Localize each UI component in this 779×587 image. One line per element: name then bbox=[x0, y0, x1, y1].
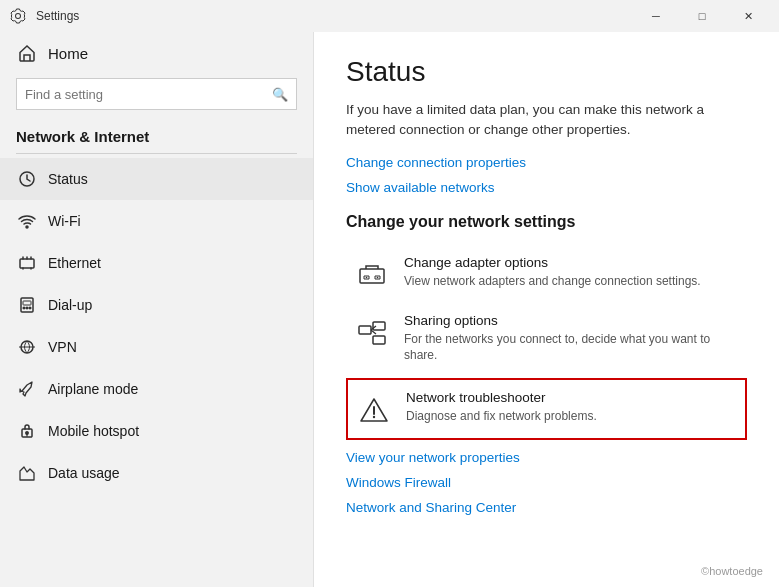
datausage-label: Data usage bbox=[48, 465, 120, 481]
content-description: If you have a limited data plan, you can… bbox=[346, 100, 747, 141]
show-networks-link[interactable]: Show available networks bbox=[346, 180, 747, 195]
svg-point-5 bbox=[23, 307, 25, 309]
watermark: ©howtoedge bbox=[701, 565, 763, 577]
windows-firewall-link[interactable]: Windows Firewall bbox=[346, 475, 747, 490]
adapter-options-item[interactable]: Change adapter options View network adap… bbox=[346, 245, 747, 303]
search-box[interactable]: 🔍 bbox=[16, 78, 297, 110]
sharing-desc: For the networks you connect to, decide … bbox=[404, 331, 739, 365]
adapter-text: Change adapter options View network adap… bbox=[404, 255, 739, 290]
view-properties-link[interactable]: View your network properties bbox=[346, 450, 747, 465]
maximize-button[interactable]: □ bbox=[679, 0, 725, 32]
sidebar-section-title: Network & Internet bbox=[0, 122, 313, 153]
search-icon: 🔍 bbox=[272, 87, 288, 102]
network-sharing-center-link[interactable]: Network and Sharing Center bbox=[346, 500, 747, 515]
home-label: Home bbox=[48, 45, 88, 62]
sidebar: Home 🔍 Network & Internet Status bbox=[0, 32, 314, 587]
wifi-icon bbox=[16, 210, 38, 232]
ethernet-label: Ethernet bbox=[48, 255, 101, 271]
svg-rect-14 bbox=[373, 322, 385, 330]
airplane-icon bbox=[16, 378, 38, 400]
dialup-icon bbox=[16, 294, 38, 316]
troubleshooter-icon bbox=[356, 392, 392, 428]
home-icon bbox=[16, 42, 38, 64]
svg-point-11 bbox=[366, 276, 368, 278]
sidebar-divider bbox=[16, 153, 297, 154]
titlebar-title: Settings bbox=[36, 9, 633, 23]
sharing-icon bbox=[354, 315, 390, 351]
sidebar-item-dialup[interactable]: Dial-up bbox=[0, 284, 313, 326]
search-input[interactable] bbox=[25, 87, 272, 102]
svg-point-7 bbox=[29, 307, 31, 309]
sidebar-item-ethernet[interactable]: Ethernet bbox=[0, 242, 313, 284]
sidebar-item-hotspot[interactable]: Mobile hotspot bbox=[0, 410, 313, 452]
settings-icon bbox=[8, 6, 28, 26]
troubleshooter-text: Network troubleshooter Diagnose and fix … bbox=[406, 390, 737, 425]
adapter-icon bbox=[354, 257, 390, 293]
titlebar-controls: ─ □ ✕ bbox=[633, 0, 771, 32]
svg-rect-15 bbox=[373, 336, 385, 344]
sidebar-item-vpn[interactable]: VPN bbox=[0, 326, 313, 368]
vpn-icon bbox=[16, 336, 38, 358]
status-label: Status bbox=[48, 171, 88, 187]
status-icon bbox=[16, 168, 38, 190]
network-settings-heading: Change your network settings bbox=[346, 213, 747, 231]
wifi-label: Wi-Fi bbox=[48, 213, 81, 229]
sidebar-item-datausage[interactable]: Data usage bbox=[0, 452, 313, 494]
airplane-label: Airplane mode bbox=[48, 381, 138, 397]
bottom-links: View your network properties Windows Fir… bbox=[346, 450, 747, 515]
svg-rect-4 bbox=[23, 301, 31, 305]
adapter-title: Change adapter options bbox=[404, 255, 739, 270]
dialup-label: Dial-up bbox=[48, 297, 92, 313]
ethernet-icon bbox=[16, 252, 38, 274]
troubleshooter-desc: Diagnose and fix network problems. bbox=[406, 408, 737, 425]
content-area: Status If you have a limited data plan, … bbox=[314, 32, 779, 587]
sidebar-item-airplane[interactable]: Airplane mode bbox=[0, 368, 313, 410]
adapter-desc: View network adapters and change connect… bbox=[404, 273, 739, 290]
svg-point-1 bbox=[26, 226, 28, 228]
sidebar-item-home[interactable]: Home bbox=[0, 32, 313, 74]
troubleshooter-item[interactable]: Network troubleshooter Diagnose and fix … bbox=[346, 378, 747, 440]
sidebar-item-status[interactable]: Status bbox=[0, 158, 313, 200]
change-connection-link[interactable]: Change connection properties bbox=[346, 155, 747, 170]
close-button[interactable]: ✕ bbox=[725, 0, 771, 32]
svg-point-16 bbox=[373, 416, 375, 418]
svg-rect-2 bbox=[20, 259, 34, 268]
sharing-text: Sharing options For the networks you con… bbox=[404, 313, 739, 365]
sharing-title: Sharing options bbox=[404, 313, 739, 328]
hotspot-icon bbox=[16, 420, 38, 442]
page-title: Status bbox=[346, 56, 747, 88]
datausage-icon bbox=[16, 462, 38, 484]
titlebar: Settings ─ □ ✕ bbox=[0, 0, 779, 32]
svg-rect-13 bbox=[359, 326, 371, 334]
svg-point-12 bbox=[377, 276, 379, 278]
svg-point-6 bbox=[26, 307, 28, 309]
sidebar-item-wifi[interactable]: Wi-Fi bbox=[0, 200, 313, 242]
hotspot-label: Mobile hotspot bbox=[48, 423, 139, 439]
minimize-button[interactable]: ─ bbox=[633, 0, 679, 32]
sharing-options-item[interactable]: Sharing options For the networks you con… bbox=[346, 303, 747, 375]
troubleshooter-title: Network troubleshooter bbox=[406, 390, 737, 405]
vpn-label: VPN bbox=[48, 339, 77, 355]
main-area: Home 🔍 Network & Internet Status bbox=[0, 32, 779, 587]
